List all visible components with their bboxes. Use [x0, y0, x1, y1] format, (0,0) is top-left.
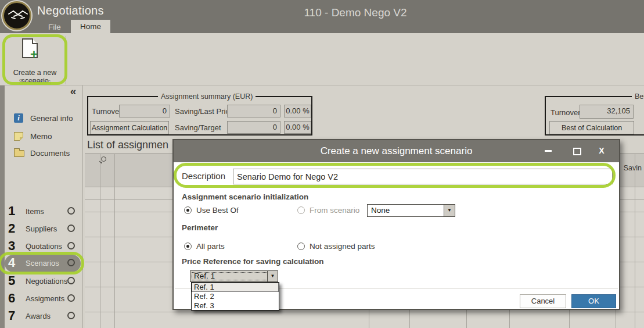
step-label: Scenarios	[26, 259, 59, 268]
step-number: 1	[8, 204, 23, 219]
ribbon-separator	[66, 36, 66, 84]
ribbon-group-label-scenarios: Scenarios	[2, 78, 67, 86]
minimize-button[interactable]	[540, 145, 556, 156]
ok-button[interactable]: OK	[571, 294, 616, 308]
sidebar-item-general-info[interactable]: i General info	[14, 113, 81, 124]
step-label: Quotations	[26, 242, 62, 251]
step-number: 7	[8, 308, 23, 323]
step-status-circle[interactable]	[67, 277, 75, 284]
create-scenario-dialog: Create a new assignment scenario X Descr…	[172, 139, 620, 310]
saving-target-label: Saving/Target	[175, 123, 221, 132]
dropdown-value: None	[371, 206, 390, 215]
step-label: Items	[26, 207, 44, 216]
plus-icon: +	[30, 49, 38, 60]
sidebar-step-assigments[interactable]: 6 Assigments	[5, 290, 81, 308]
chevron-down-icon[interactable]: ▼	[267, 271, 278, 281]
perimeter-label: Perimeter	[182, 223, 218, 232]
application-window: Negotiations 110 - Demo Nego V2 File Hom…	[0, 0, 644, 328]
step-label: Negotiations	[26, 277, 67, 286]
document-title: 110 - Demo Nego V2	[67, 6, 644, 19]
assignment-summary-groupbox: Assignment summary (EUR) Turnover 0 Savi…	[87, 96, 312, 136]
sidebar-step-scenarios[interactable]: 4 Scenarios	[5, 255, 81, 272]
saving-target-pct: 0.00 %	[284, 121, 311, 134]
sidebar-item-label: Memo	[30, 132, 52, 141]
price-reference-open-list: Ref. 1 Ref. 2 Ref. 3	[191, 282, 279, 311]
best-turnover-field: 32,105	[580, 105, 634, 119]
grid-column-saving: Savin	[624, 164, 642, 172]
step-status-circle[interactable]	[67, 207, 75, 215]
from-scenario-dropdown[interactable]: None ▼	[367, 204, 455, 217]
groupbox-legend: Bes	[632, 92, 644, 101]
step-number: 3	[8, 238, 23, 254]
search-magnifier-icon	[101, 156, 106, 162]
from-scenario-radio[interactable]	[297, 206, 305, 214]
cancel-button[interactable]: Cancel	[520, 294, 566, 308]
not-assigned-parts-label[interactable]: Not assigned parts	[310, 242, 375, 251]
turnover-label: Turnover	[92, 107, 122, 116]
best-of-calculation-button[interactable]: Best of Calculation	[549, 121, 634, 134]
grid-column-line	[635, 154, 635, 328]
use-best-of-label[interactable]: Use Best Of	[196, 206, 239, 215]
grid-column-line	[114, 154, 115, 328]
step-status-circle[interactable]	[67, 259, 75, 266]
saving-target-field: 0	[227, 121, 280, 134]
description-label: Description	[182, 171, 225, 181]
step-label: Suppliers	[26, 224, 57, 233]
groupbox-legend: Assignment summary (EUR)	[158, 92, 256, 101]
dropdown-value: Ref. 1	[194, 272, 215, 280]
init-section-label: Assignment scenario initialization	[182, 192, 308, 201]
dropdown-option-ref1[interactable]: Ref. 1	[192, 283, 279, 292]
info-icon: i	[14, 113, 23, 123]
maximize-button[interactable]	[568, 145, 584, 156]
price-reference-dropdown[interactable]: Ref. 1 ▼	[190, 270, 278, 282]
handshake-logo-icon	[2, 1, 31, 30]
sidebar-step-items[interactable]: 1 Items	[5, 203, 81, 220]
step-status-circle[interactable]	[67, 294, 75, 302]
step-label: Awards	[26, 312, 51, 320]
sidebar-item-label: General info	[30, 114, 73, 123]
saving-last-price-label: Saving/Last Price	[175, 107, 233, 116]
sidebar-step-quotations[interactable]: 3 Quotations	[5, 238, 81, 255]
step-number: 4	[8, 255, 23, 270]
turnover-field: 0	[119, 105, 170, 117]
step-label: Assigments	[26, 294, 64, 303]
chevron-down-icon[interactable]: ▼	[444, 205, 455, 216]
sidebar-edge-strip	[0, 85, 5, 328]
sidebar-step-awards[interactable]: 7 Awards	[5, 308, 81, 325]
sidebar-step-suppliers[interactable]: 2 Suppliers	[5, 220, 81, 238]
close-icon[interactable]: X	[593, 145, 610, 156]
all-parts-label[interactable]: All parts	[196, 242, 225, 251]
document-fold-edge	[32, 38, 38, 44]
description-input[interactable]	[233, 169, 613, 184]
step-number: 5	[8, 273, 23, 288]
turnover-label: Turnover	[551, 108, 581, 117]
best-of-groupbox: Bes Turnover 32,105 Best of Calculation	[545, 96, 644, 136]
step-number: 2	[8, 221, 23, 236]
memo-icon	[14, 132, 23, 141]
from-scenario-label: From scenario	[310, 206, 359, 215]
tab-file[interactable]: File	[42, 21, 67, 33]
list-heading: List of assignmen	[87, 139, 168, 151]
sidebar-item-memo[interactable]: Memo	[14, 131, 81, 142]
step-number: 6	[8, 291, 23, 306]
dropdown-option-ref3[interactable]: Ref. 3	[192, 301, 279, 311]
all-parts-radio[interactable]	[184, 243, 192, 250]
tab-home[interactable]: Home	[71, 20, 110, 33]
grid-column-line	[100, 154, 100, 328]
use-best-of-radio[interactable]	[184, 206, 192, 214]
not-assigned-parts-radio[interactable]	[297, 243, 305, 250]
sidebar-item-label: Documents	[30, 149, 70, 158]
dropdown-option-ref2[interactable]: Ref. 2	[192, 292, 279, 301]
saving-last-price-pct: 0.00 %	[284, 105, 311, 117]
step-status-circle[interactable]	[67, 312, 75, 319]
ribbon	[0, 33, 644, 85]
sidebar-item-documents[interactable]: Documents	[14, 148, 81, 159]
step-status-circle[interactable]	[67, 224, 75, 232]
sidebar-step-negotiations[interactable]: 5 Negotiations	[5, 273, 81, 290]
step-status-circle[interactable]	[67, 242, 75, 249]
dialog-titlebar[interactable]: Create a new assignment scenario X	[174, 140, 619, 162]
collapse-chevrons-icon[interactable]: «	[66, 86, 80, 98]
saving-last-price-field: 0	[227, 105, 280, 117]
folder-icon	[14, 150, 24, 157]
assignment-calculation-button[interactable]: Assignment Calculation	[90, 121, 169, 134]
